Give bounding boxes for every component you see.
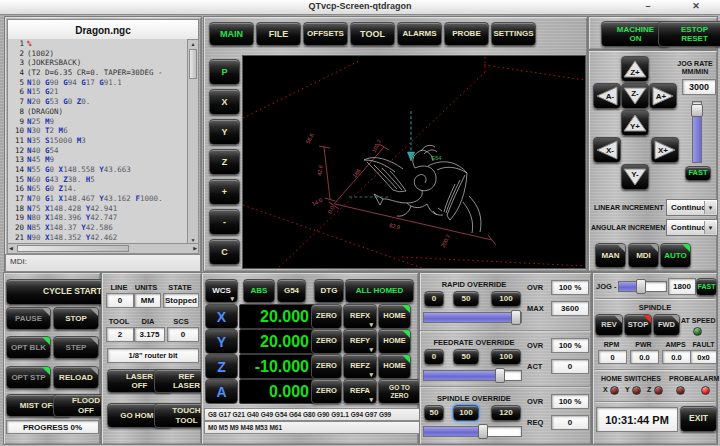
- feedrate-override-slider[interactable]: [423, 370, 522, 381]
- jog-x-plus-button[interactable]: X+: [651, 137, 679, 163]
- ref-y-button[interactable]: REFY: [343, 329, 377, 354]
- go-to-zero-button[interactable]: GO TO ZERO: [378, 379, 421, 404]
- tab-settings[interactable]: SETTINGS: [491, 22, 536, 46]
- gcode-line[interactable]: 8(DRAGON): [8, 107, 188, 117]
- gcode-line[interactable]: 17N70 G1 X148.467 Y43.162 F1000.: [8, 194, 188, 204]
- pause-button[interactable]: PAUSE: [6, 307, 51, 330]
- rapid-50-button[interactable]: 50: [453, 291, 479, 307]
- home-z-button[interactable]: HOME: [378, 354, 411, 379]
- chevron-down-icon[interactable]: ▼: [704, 201, 716, 214]
- tab-probe[interactable]: PROBE: [444, 22, 489, 46]
- gcode-line[interactable]: 5N10 G90 G94 G17 G91.1: [8, 78, 188, 88]
- gcode-line[interactable]: 15N60 G43 Z38. H5: [8, 175, 188, 185]
- hscroll-thumb[interactable]: [17, 245, 129, 252]
- clear-view-button[interactable]: C: [209, 239, 240, 265]
- dtg-button[interactable]: DTG: [314, 279, 344, 303]
- axis-z-button[interactable]: Z: [205, 354, 238, 379]
- stop-button[interactable]: STOP: [53, 307, 99, 330]
- ref-z-button[interactable]: REFZ: [343, 354, 377, 379]
- spindle-100-button[interactable]: 100: [453, 405, 479, 421]
- jog-a-rate-field[interactable]: 1800: [668, 278, 696, 295]
- gcode-line[interactable]: 11N35 S15000 M3: [8, 136, 188, 146]
- optional-stop-button[interactable]: OPT STP: [6, 366, 51, 389]
- linear-increment-select[interactable]: Continuous ▼: [666, 199, 718, 216]
- jog-z-minus-button[interactable]: Z-: [621, 83, 649, 109]
- tab-alarms[interactable]: ALARMS: [397, 22, 442, 46]
- gcode-line[interactable]: 16N65 G0 Z14.: [8, 184, 188, 194]
- chevron-down-icon[interactable]: ▼: [704, 221, 716, 234]
- gcode-line[interactable]: 18N75 X148.428 Y42.941: [8, 204, 188, 214]
- preview-canvas[interactable]: 56.6 42.6 14.0 0.0 186 103.7 82.9 200.7 …: [242, 55, 586, 269]
- tab-offsets[interactable]: OFFSETS: [303, 22, 348, 46]
- gcode-line[interactable]: 7N20 G53 G0 Z0.: [8, 97, 188, 107]
- spindle-stop-button[interactable]: STOP: [624, 314, 652, 336]
- mdi-entry[interactable]: MDI:: [5, 254, 201, 272]
- zero-y-button[interactable]: ZERO: [311, 329, 342, 354]
- zero-z-button[interactable]: ZERO: [311, 354, 342, 379]
- jog-a-slider[interactable]: [618, 281, 667, 292]
- spindle-120-button[interactable]: 120: [491, 405, 521, 421]
- tab-main[interactable]: MAIN: [209, 22, 254, 46]
- scroll-right-icon[interactable]: ▶: [193, 245, 197, 251]
- view-y-button[interactable]: Y: [209, 119, 240, 145]
- feed-100-button[interactable]: 100: [491, 349, 521, 365]
- wcs-system-button[interactable]: G54: [277, 279, 306, 303]
- abs-button[interactable]: ABS: [243, 279, 275, 303]
- rapid-override-slider[interactable]: [423, 312, 522, 323]
- optional-block-button[interactable]: OPT BLK: [6, 336, 51, 359]
- jog-y-minus-button[interactable]: Y-: [621, 164, 649, 190]
- jog-rate-slider[interactable]: [692, 101, 702, 163]
- gcode-line[interactable]: 9N25 M9: [8, 117, 188, 127]
- gcode-hscrollbar[interactable]: ◀ ▶: [7, 243, 199, 254]
- ref-a-button[interactable]: REFA: [343, 379, 377, 404]
- step-button[interactable]: STEP: [53, 336, 99, 359]
- home-y-button[interactable]: HOME: [378, 329, 411, 354]
- gcode-line[interactable]: 6N15 G21: [8, 87, 188, 97]
- rapid-0-button[interactable]: 0: [424, 291, 444, 307]
- jog-z-plus-button[interactable]: Z+: [621, 56, 649, 82]
- mode-manual-button[interactable]: MAN: [595, 243, 626, 268]
- jog-y-plus-button[interactable]: Y+: [621, 110, 649, 136]
- spindle-fwd-button[interactable]: FWD: [653, 314, 680, 336]
- spindle-override-slider[interactable]: [423, 426, 522, 437]
- feed-0-button[interactable]: 0: [424, 349, 444, 365]
- jog-a-plus-button[interactable]: A+: [649, 83, 677, 109]
- gcode-line[interactable]: 1%: [8, 39, 188, 49]
- jog-x-minus-button[interactable]: X-: [593, 137, 621, 163]
- vscroll-thumb[interactable]: [189, 49, 197, 79]
- view-x-button[interactable]: X: [209, 89, 240, 115]
- mode-mdi-button[interactable]: MDI: [628, 243, 659, 268]
- zero-x-button[interactable]: ZERO: [311, 304, 342, 329]
- home-x-button[interactable]: HOME: [378, 304, 411, 329]
- view-perspective-button[interactable]: P: [209, 59, 240, 85]
- gcode-line[interactable]: 3(JOKERSBACK): [8, 58, 188, 68]
- gcode-line[interactable]: 19N80 X148.396 Y42.747: [8, 213, 188, 223]
- gcode-editor[interactable]: 1%2(1002)3(JOKERSBACK)4(T2 D=6.35 CR=0. …: [7, 39, 189, 244]
- title-bar[interactable]: QTvcp-Screen-qtdragon – ✕: [0, 0, 720, 15]
- scroll-left-icon[interactable]: ◀: [9, 245, 13, 251]
- angular-increment-select[interactable]: Continuous ▼: [666, 219, 718, 236]
- tab-file[interactable]: FILE: [256, 22, 301, 46]
- ref-x-button[interactable]: REFX: [343, 304, 377, 329]
- minimize-icon[interactable]: –: [642, 1, 654, 11]
- view-z-button[interactable]: Z: [209, 149, 240, 175]
- feed-50-button[interactable]: 50: [453, 349, 479, 365]
- axis-a-button[interactable]: A: [205, 379, 238, 404]
- mode-auto-button[interactable]: AUTO: [660, 243, 691, 268]
- gcode-line[interactable]: 14N55 G0 X148.558 Y43.663: [8, 165, 188, 175]
- rapid-100-button[interactable]: 100: [491, 291, 521, 307]
- reload-button[interactable]: RELOAD: [53, 366, 99, 389]
- spindle-rev-button[interactable]: REV: [595, 314, 623, 336]
- gcode-line[interactable]: 20N85 X148.37 Y42.586: [8, 223, 188, 233]
- gcode-line[interactable]: 4(T2 D=6.35 CR=0. TAPER=30DEG -: [8, 68, 188, 78]
- gcode-line[interactable]: 13N45 M9: [8, 155, 188, 165]
- tab-tool[interactable]: TOOL: [350, 22, 395, 46]
- gcode-line[interactable]: 2(1002): [8, 49, 188, 59]
- jog-rate-field[interactable]: 3000: [682, 79, 716, 95]
- jog-a-fast-button[interactable]: FAST: [696, 278, 717, 296]
- exit-button[interactable]: EXIT: [680, 406, 717, 432]
- jog-a-minus-button[interactable]: A-: [593, 83, 621, 109]
- axis-y-button[interactable]: Y: [205, 329, 238, 354]
- gcode-line[interactable]: 21N90 X148.352 Y42.462: [8, 233, 188, 243]
- jog-rate-fast-button[interactable]: FAST: [685, 166, 711, 181]
